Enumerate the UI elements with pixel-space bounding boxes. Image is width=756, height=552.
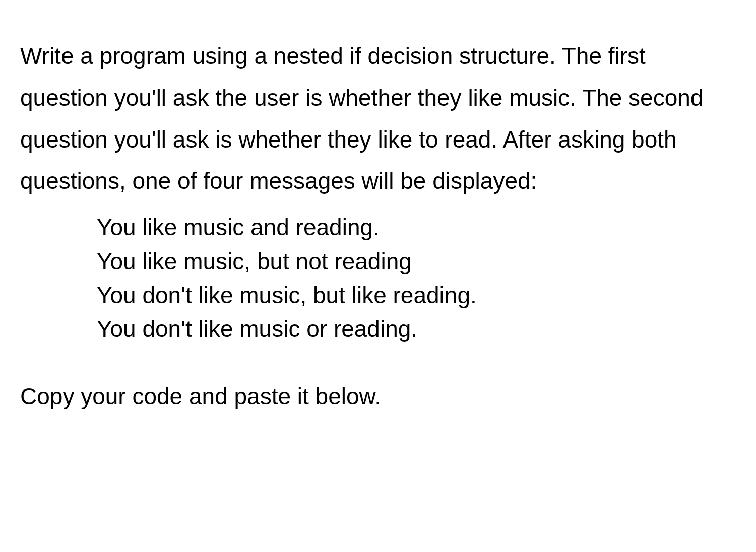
list-item: You like music and reading. xyxy=(97,211,736,243)
message-text: You don't like music or reading. xyxy=(97,316,417,342)
instructions-text: Write a program using a nested if decisi… xyxy=(20,43,703,194)
instructions-paragraph: Write a program using a nested if decisi… xyxy=(20,35,736,202)
message-text: You don't like music, but like reading. xyxy=(97,282,477,308)
list-item: You don't like music, but like reading. xyxy=(97,279,736,311)
message-text: You like music and reading. xyxy=(97,214,380,240)
closing-paragraph: Copy your code and paste it below. xyxy=(20,376,736,418)
message-text: You like music, but not reading xyxy=(97,248,412,274)
closing-text: Copy your code and paste it below. xyxy=(20,383,381,409)
list-item: You don't like music or reading. xyxy=(97,313,736,345)
messages-list: You like music and reading. You like mus… xyxy=(20,211,736,346)
list-item: You like music, but not reading xyxy=(97,245,736,278)
